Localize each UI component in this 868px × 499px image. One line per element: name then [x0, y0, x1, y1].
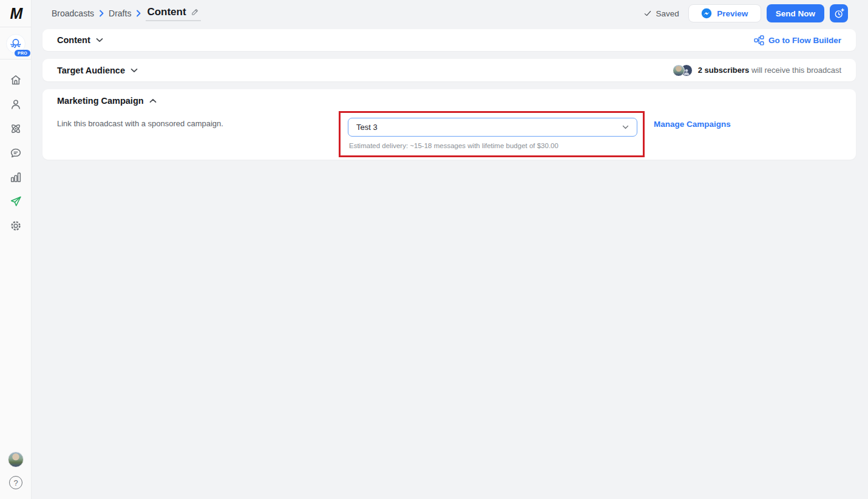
- flow-builder-icon: [754, 35, 764, 46]
- user-avatar[interactable]: [8, 452, 24, 467]
- account-pro-item[interactable]: PRO: [6, 34, 27, 55]
- sidebar-item-home[interactable]: [0, 68, 32, 92]
- help-icon[interactable]: ?: [9, 476, 22, 489]
- chevron-up-icon: [149, 98, 157, 103]
- target-audience-section-card: Target Audience 2 subscribers will recei…: [42, 59, 856, 81]
- pro-badge: PRO: [15, 50, 30, 56]
- settings-icon: [9, 219, 22, 233]
- campaign-select-value: Test 3: [356, 123, 378, 132]
- manychat-logo[interactable]: M: [0, 4, 32, 23]
- chevron-right-icon: [99, 10, 104, 17]
- topbar: Broadcasts Drafts Content Saved: [32, 0, 868, 27]
- schedule-button[interactable]: [830, 4, 848, 22]
- breadcrumb-broadcasts[interactable]: Broadcasts: [52, 8, 94, 18]
- chevron-right-icon: [136, 10, 141, 17]
- broadcast-title-editable[interactable]: Content: [146, 6, 200, 21]
- saved-status: Saved: [643, 9, 679, 18]
- chevron-down-icon: [622, 125, 629, 129]
- sidebar-item-settings[interactable]: [0, 214, 32, 238]
- topbar-actions: Saved Preview Send Now: [643, 4, 848, 22]
- manage-campaigns-link[interactable]: Manage Campaigns: [654, 120, 731, 129]
- audience-summary: 2 subscribers will receive this broadcas…: [673, 64, 841, 76]
- target-audience-section-header[interactable]: Target Audience: [57, 66, 138, 75]
- preview-button[interactable]: Preview: [688, 4, 761, 22]
- breadcrumb: Broadcasts Drafts Content: [52, 6, 201, 21]
- check-icon: [643, 9, 652, 18]
- subscribers-count-text: 2 subscribers will receive this broadcas…: [698, 66, 841, 75]
- go-to-flow-builder-link[interactable]: Go to Flow Builder: [754, 35, 841, 46]
- main-area: Broadcasts Drafts Content Saved: [32, 0, 868, 499]
- sidebar-divider: [0, 27, 32, 27]
- broadcasting-icon: [9, 195, 22, 208]
- sidebar-item-contacts[interactable]: [0, 92, 32, 117]
- page-title[interactable]: Content: [147, 6, 186, 18]
- campaign-select-dropdown[interactable]: Test 3: [348, 118, 637, 137]
- messenger-icon: [701, 8, 712, 19]
- subscriber-avatar: [673, 64, 685, 76]
- delivery-estimate-text: Estimated delivery: ~15-18 messages with…: [349, 142, 558, 149]
- insights-icon: [9, 171, 22, 184]
- chevron-down-icon: [96, 38, 103, 42]
- livechat-icon: [9, 146, 22, 160]
- content-section-title: Content: [57, 35, 90, 45]
- contacts-icon: [9, 98, 22, 111]
- subscriber-avatars: [673, 64, 693, 76]
- sidebar-item-broadcasting[interactable]: [0, 189, 32, 214]
- campaign-description: Link this broadcast with a sponsored cam…: [57, 119, 223, 128]
- content-section-header[interactable]: Content: [57, 35, 103, 45]
- marketing-campaign-section-title: Marketing Campaign: [57, 96, 144, 106]
- marketing-campaign-section-header[interactable]: Marketing Campaign: [57, 96, 157, 106]
- target-audience-section-title: Target Audience: [57, 66, 125, 75]
- sidebar-item-insights[interactable]: [0, 165, 32, 189]
- sidebar-item-livechat[interactable]: [0, 141, 32, 165]
- clock-plus-icon: [833, 8, 845, 19]
- automation-icon: [9, 122, 22, 135]
- send-now-button[interactable]: Send Now: [767, 4, 824, 22]
- content-section-card: Content Go to Flow Builder: [42, 29, 856, 51]
- chevron-down-icon: [131, 68, 138, 73]
- sidebar-divider: [0, 59, 32, 59]
- sidebar: M PRO: [0, 0, 32, 499]
- marketing-campaign-section-card: Marketing Campaign Link this broadcast w…: [42, 89, 856, 160]
- sidebar-item-automation[interactable]: [0, 117, 32, 141]
- home-icon: [9, 73, 22, 87]
- breadcrumb-drafts[interactable]: Drafts: [109, 8, 131, 18]
- edit-pencil-icon[interactable]: [191, 7, 200, 16]
